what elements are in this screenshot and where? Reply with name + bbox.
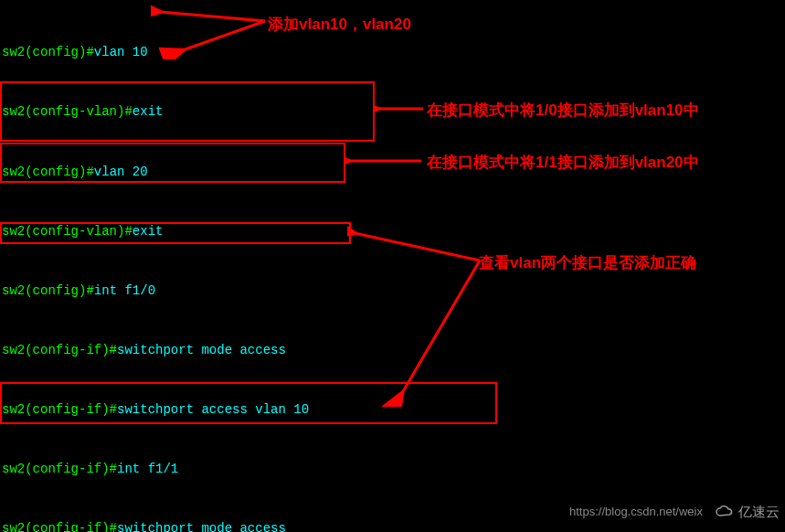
highlight-box-interface-f11	[0, 143, 345, 183]
logo-text: 亿速云	[715, 502, 780, 523]
prompt: sw2(config-if)#	[2, 343, 117, 357]
prompt: sw2(config-if)#	[2, 462, 117, 476]
prompt: sw2(config)#	[2, 45, 94, 59]
command: int f1/1	[117, 462, 178, 476]
cli-line: sw2(config)#vlan 10	[2, 43, 783, 63]
highlight-box-show-vlan	[0, 222, 351, 244]
annotation-f10: 在接口模式中将1/0接口添加到vlan10中	[427, 99, 699, 122]
prompt: sw2(config-if)#	[2, 521, 117, 532]
highlight-box-interface-f10	[0, 81, 375, 142]
cloud-icon	[715, 505, 735, 519]
annotation-f11: 在接口模式中将1/1接口添加到vlan20中	[427, 151, 699, 175]
logo-label: 亿速云	[738, 505, 780, 519]
command: vlan 10	[94, 45, 148, 59]
highlight-box-vlan-result	[0, 382, 497, 424]
annotation-add-vlan: 添加vlan10，vlan20	[268, 13, 411, 37]
prompt: sw2(config)#	[2, 283, 94, 298]
command: switchport mode access	[117, 343, 286, 357]
command: switchport mode access	[117, 521, 286, 532]
cli-line: sw2(config-if)#switchport mode access	[2, 341, 783, 361]
command: int f1/0	[94, 283, 155, 298]
watermark-text: https://blog.csdn.net/weix	[569, 503, 703, 521]
cli-line: sw2(config-if)#int f1/1	[2, 460, 783, 480]
cli-line: sw2(config)#int f1/0	[2, 282, 783, 302]
annotation-check: 查看vlan两个接口是否添加正确	[479, 251, 696, 275]
